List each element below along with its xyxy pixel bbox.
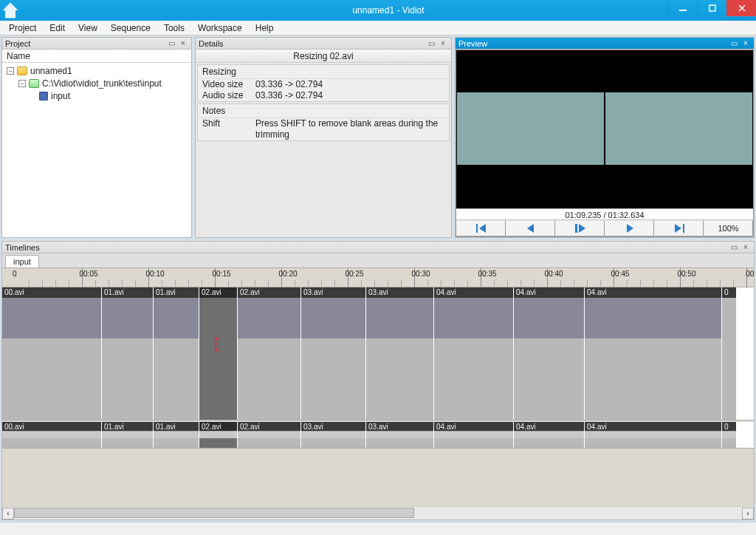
ruler-tick: 00:45: [614, 268, 614, 287]
audio-clip[interactable]: 03.avi: [366, 422, 434, 448]
close-icon[interactable]: ×: [178, 38, 188, 49]
preview-zoom[interactable]: 100%: [704, 220, 753, 236]
video-clip[interactable]: 03.avi: [366, 287, 434, 420]
video-clip[interactable]: 01.avi: [102, 287, 154, 420]
video-size-row: Video size 03.336 -> 02.794: [198, 79, 449, 90]
resizing-group: Resizing Video size 03.336 -> 02.794 Aud…: [197, 64, 450, 102]
tree-row-folder[interactable]: − C:\Vidiot\vidiot_trunk\test\input: [2, 77, 191, 89]
notes-group-header: Notes: [198, 104, 449, 118]
collapse-icon[interactable]: −: [7, 67, 14, 75]
clip-label: 0: [722, 287, 736, 298]
video-clip[interactable]: 02.avi: [199, 287, 238, 420]
tree-row-root[interactable]: − unnamed1: [2, 64, 191, 77]
scroll-right-icon[interactable]: ›: [742, 508, 754, 519]
ruler-tick: 00:30: [414, 268, 415, 287]
menu-edit[interactable]: Edit: [44, 22, 71, 34]
audio-clip[interactable]: 04.avi: [585, 422, 722, 448]
audio-size-value: 03.336 -> 02.794: [255, 90, 444, 101]
timelines-pane-header[interactable]: Timelines ▭ ×: [2, 242, 754, 253]
trim-handle-icon[interactable]: [215, 338, 219, 351]
clip-label: 01.avi: [154, 287, 199, 298]
audio-clip[interactable]: 00.avi: [2, 422, 102, 448]
scrollbar-thumb[interactable]: [14, 508, 414, 518]
video-clip[interactable]: 0: [722, 287, 737, 420]
play-pause-button[interactable]: [555, 220, 605, 236]
audio-clip[interactable]: 02.avi: [199, 422, 238, 448]
status-bar: [0, 522, 756, 535]
preview-video[interactable]: [456, 50, 753, 208]
menu-workspace[interactable]: Workspace: [192, 22, 248, 34]
video-clip[interactable]: 00.avi: [2, 287, 102, 420]
clip-label: 03.avi: [301, 422, 365, 431]
close-icon[interactable]: ×: [438, 38, 448, 49]
video-clip[interactable]: 01.avi: [154, 287, 199, 420]
maximize-icon[interactable]: ▭: [729, 242, 739, 253]
next-frame-button[interactable]: [605, 220, 654, 236]
clip-label: 00.avi: [2, 422, 101, 431]
clip-label: 04.avi: [514, 287, 584, 298]
audio-clip[interactable]: 04.avi: [434, 422, 514, 448]
audio-track[interactable]: 00.avi01.avi01.avi02.avi02.avi03.avi03.a…: [2, 422, 754, 449]
svg-rect-0: [679, 10, 687, 11]
maximize-icon[interactable]: ▭: [729, 38, 739, 49]
prev-frame-button[interactable]: [506, 220, 555, 236]
tree-label: unnamed1: [30, 66, 72, 76]
menu-sequence[interactable]: Sequence: [105, 22, 157, 34]
clip-thumbnail: [301, 298, 365, 338]
video-clip[interactable]: 02.avi: [238, 287, 301, 420]
folder-icon: [29, 79, 39, 88]
clip-thumbnail: [102, 298, 153, 338]
audio-clip[interactable]: 01.avi: [102, 422, 154, 448]
scroll-left-icon[interactable]: ‹: [2, 508, 14, 519]
menu-view[interactable]: View: [72, 22, 103, 34]
details-pane: Details ▭ × Resizing 02.avi Resizing Vid…: [195, 37, 452, 238]
audio-clip[interactable]: 02.avi: [238, 422, 301, 448]
audio-clip[interactable]: 04.avi: [514, 422, 585, 448]
project-column-header[interactable]: Name: [2, 50, 191, 63]
menu-help[interactable]: Help: [250, 22, 280, 34]
clip-thumbnail: [238, 298, 300, 338]
app-icon[interactable]: [0, 0, 21, 21]
clip-thumbnail: [585, 298, 721, 338]
details-pane-header[interactable]: Details ▭ ×: [196, 38, 451, 50]
audio-clip[interactable]: 03.avi: [301, 422, 366, 448]
preview-controls: 100%: [456, 220, 753, 236]
close-button[interactable]: [726, 0, 756, 16]
menu-project[interactable]: Project: [3, 22, 42, 34]
maximize-icon[interactable]: ▭: [166, 38, 176, 49]
details-title: Resizing 02.avi: [196, 50, 451, 63]
svg-rect-1: [709, 5, 715, 11]
video-size-value: 03.336 -> 02.794: [255, 79, 444, 90]
clip-label: 04.avi: [585, 422, 721, 431]
video-track[interactable]: 00.avi01.avi01.avi02.avi02.avi03.avi03.a…: [2, 287, 754, 420]
clip-label: 04.avi: [434, 287, 513, 298]
close-icon[interactable]: ×: [740, 242, 751, 253]
maximize-icon[interactable]: ▭: [426, 38, 436, 49]
tree-label: C:\Vidiot\vidiot_trunk\test\input: [42, 78, 162, 89]
timeline-body: 0 00:0500:1000:1500:2000:2500:3000:3500:…: [2, 268, 754, 519]
video-clip[interactable]: 03.avi: [301, 287, 366, 420]
video-clip[interactable]: 04.avi: [434, 287, 514, 420]
tree-row-file[interactable]: input: [2, 89, 191, 102]
timeline-horizontal-scrollbar[interactable]: ‹ ›: [2, 506, 754, 519]
timeline-tab-input[interactable]: input: [5, 255, 39, 268]
maximize-button[interactable]: [697, 0, 726, 16]
project-pane-header[interactable]: Project ▭ ×: [2, 38, 191, 50]
skip-end-button[interactable]: [654, 220, 704, 236]
video-clip[interactable]: 04.avi: [514, 287, 585, 420]
timeline-ruler[interactable]: 0 00:0500:1000:1500:2000:2500:3000:3500:…: [2, 268, 754, 287]
clip-label: 04.avi: [585, 287, 721, 298]
menu-tools[interactable]: Tools: [158, 22, 190, 34]
ruler-tick: 00:35: [481, 268, 481, 287]
clip-thumbnail: [154, 298, 199, 338]
audio-clip[interactable]: 0: [722, 422, 737, 448]
skip-start-button[interactable]: [456, 220, 506, 236]
window-titlebar: unnamed1 - Vidiot: [0, 0, 756, 21]
audio-clip[interactable]: 01.avi: [154, 422, 199, 448]
preview-pane-header[interactable]: Preview ▭ ×: [456, 38, 754, 50]
minimize-button[interactable]: [667, 0, 697, 16]
close-icon[interactable]: ×: [740, 38, 751, 49]
clip-label: 03.avi: [366, 422, 433, 431]
video-clip[interactable]: 04.avi: [585, 287, 722, 420]
collapse-icon[interactable]: −: [18, 80, 26, 87]
